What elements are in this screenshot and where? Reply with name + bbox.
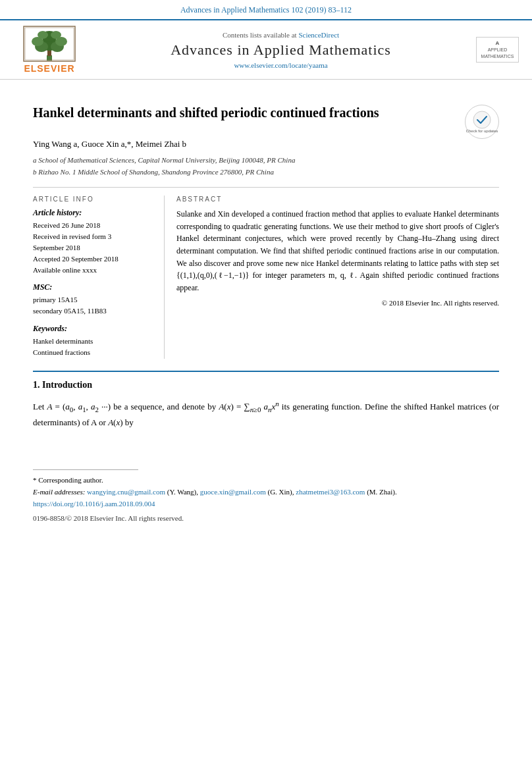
section-1-body: Let A = (a0, a1, a2 ···) be a sequence, … bbox=[33, 398, 499, 430]
check-badge-circle: Check for updates bbox=[465, 105, 499, 139]
article-title-section: Check for updates Hankel determinants an… bbox=[33, 103, 499, 139]
keywords-title: Keywords: bbox=[33, 324, 155, 334]
footnote-area: * Corresponding author. E-mail addresses… bbox=[33, 474, 499, 525]
section-1: 1. Introduction Let A = (a0, a1, a2 ···)… bbox=[33, 380, 499, 430]
footnote-divider bbox=[33, 469, 138, 470]
svg-point-12 bbox=[473, 111, 491, 128]
check-label: Check for updates bbox=[466, 129, 498, 133]
elsevier-tree-icon bbox=[23, 26, 76, 62]
abstract-copyright: © 2018 Elsevier Inc. All rights reserved… bbox=[176, 299, 499, 307]
keyword-item: Hankel determinants bbox=[33, 336, 155, 348]
elsevier-label: ELSEVIER bbox=[24, 63, 74, 74]
authors-line: Ying Wang a, Guoce Xin a,*, Meimei Zhai … bbox=[33, 139, 499, 149]
article-info-header: ARTICLE INFO bbox=[33, 196, 155, 203]
journal-header: ELSEVIER Contents lists available at Sci… bbox=[0, 19, 532, 80]
abstract-header: ABSTRACT bbox=[176, 196, 499, 203]
abstract-column: ABSTRACT Sulanke and Xin developed a con… bbox=[176, 196, 499, 359]
abstract-text: Sulanke and Xin developed a continued fr… bbox=[176, 208, 499, 294]
header-center: Contents lists available at ScienceDirec… bbox=[96, 31, 466, 69]
sciencedirect-link[interactable]: ScienceDirect bbox=[298, 31, 339, 39]
check-for-updates-badge: Check for updates bbox=[465, 105, 499, 139]
email-line: E-mail addresses: wangying.cnu@gmail.com… bbox=[33, 486, 499, 498]
doi-link[interactable]: https://doi.org/10.1016/j.aam.2018.09.00… bbox=[33, 500, 155, 508]
article-info-column: ARTICLE INFO Article history: Received 2… bbox=[33, 196, 165, 359]
contents-line: Contents lists available at ScienceDirec… bbox=[96, 31, 466, 39]
section-1-title: 1. Introduction bbox=[33, 380, 499, 390]
journal-reference: Advances in Applied Mathematics 102 (201… bbox=[0, 0, 532, 19]
section-divider bbox=[33, 371, 499, 372]
journal-ref-text: Advances in Applied Mathematics 102 (201… bbox=[180, 5, 352, 14]
email-zhai[interactable]: zhatmetmei3@163.com bbox=[296, 488, 365, 496]
email-xin[interactable]: guoce.xin@gmail.com bbox=[200, 488, 266, 496]
keyword-item: Continued fractions bbox=[33, 347, 155, 359]
doi-line[interactable]: https://doi.org/10.1016/j.aam.2018.09.00… bbox=[33, 498, 499, 510]
affiliations: a School of Mathematical Sciences, Capit… bbox=[33, 155, 499, 178]
journal-badge: A APPLIED MATHEMATICS bbox=[476, 37, 519, 63]
elsevier-logo-area: ELSEVIER bbox=[13, 26, 86, 74]
keywords-list: Hankel determinants Continued fractions bbox=[33, 336, 155, 359]
journal-title-display: Advances in Applied Mathematics bbox=[96, 41, 466, 59]
of-A-text: of A bbox=[82, 417, 97, 427]
affiliation-b: b Rizhao No. 1 Middle School of Shandong… bbox=[33, 167, 499, 178]
affiliation-a: a School of Mathematical Sciences, Capit… bbox=[33, 155, 499, 167]
authors-text: Ying Wang a, Guoce Xin a,*, Meimei Zhai … bbox=[33, 139, 186, 149]
journal-badge-box: A APPLIED MATHEMATICS bbox=[476, 37, 519, 63]
article-title: Hankel determinants and shifted periodic… bbox=[33, 103, 499, 122]
history-title: Article history: bbox=[33, 208, 155, 218]
issn-line: 0196-8858/© 2018 Elsevier Inc. All right… bbox=[33, 512, 499, 524]
msc-body: primary 15A15 secondary 05A15, 11B83 bbox=[33, 294, 155, 317]
history-body: Received 26 June 2018 Received in revise… bbox=[33, 220, 155, 276]
corresponding-author-note: * Corresponding author. bbox=[33, 474, 499, 486]
msc-title: MSC: bbox=[33, 282, 155, 292]
journal-url[interactable]: www.elsevier.com/locate/yaama bbox=[96, 61, 466, 69]
checkmark-icon bbox=[473, 111, 491, 129]
email-wang[interactable]: wangying.cnu@gmail.com bbox=[87, 488, 165, 496]
svg-point-8 bbox=[38, 31, 48, 39]
svg-point-9 bbox=[51, 31, 61, 39]
